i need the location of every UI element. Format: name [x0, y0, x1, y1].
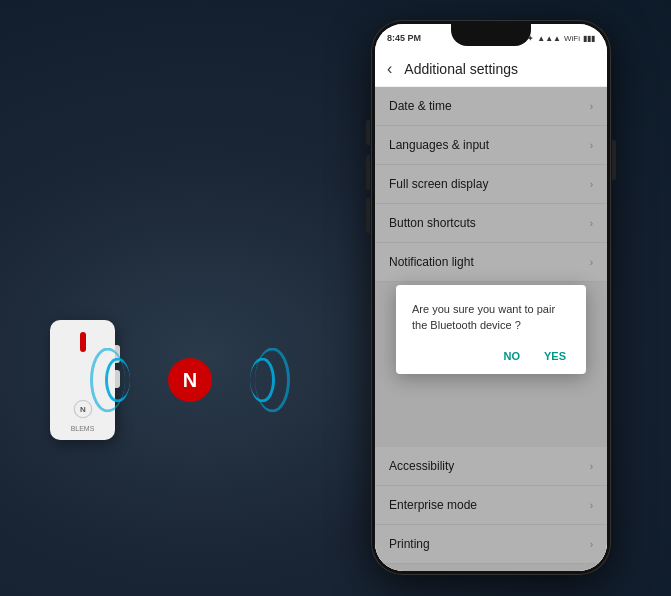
device-indicator-light	[80, 332, 86, 352]
phone-volume-down-button	[366, 198, 370, 233]
app-header: ‹ Additional settings	[375, 52, 607, 87]
page-title: Additional settings	[404, 61, 518, 77]
nfc-signal-waves: N	[125, 340, 255, 420]
phone-mute-button	[366, 120, 370, 145]
wave-right-outer	[255, 348, 290, 413]
dialog-yes-button[interactable]: YES	[540, 348, 570, 364]
back-button[interactable]: ‹	[387, 60, 392, 78]
phone-volume-up-button	[366, 155, 370, 190]
svg-text:N: N	[80, 405, 86, 414]
nfc-icon: N	[168, 358, 212, 402]
phone-body: 8:45 PM ✦ ▲▲▲ WiFi ▮▮▮ ‹ Additional sett…	[371, 20, 611, 575]
nfc-device-area: N BLEMS N	[50, 320, 255, 440]
bluetooth-dialog-overlay: Are you sure you want to pair the Blueto…	[375, 87, 607, 571]
device-brand-label: BLEMS	[71, 425, 95, 432]
dialog-message: Are you sure you want to pair the Blueto…	[412, 301, 570, 334]
status-icons: ✦ ▲▲▲ WiFi ▮▮▮	[527, 34, 595, 43]
status-time: 8:45 PM	[387, 33, 421, 43]
settings-list: Date & time › Languages & input › Full s…	[375, 87, 607, 571]
phone: 8:45 PM ✦ ▲▲▲ WiFi ▮▮▮ ‹ Additional sett…	[371, 20, 611, 575]
phone-power-button	[612, 140, 616, 180]
dialog-buttons: NO YES	[412, 348, 570, 364]
signal-icon: ▲▲▲	[537, 34, 561, 43]
device-nfc-logo: N	[73, 399, 93, 419]
wave-left-outer	[90, 348, 125, 413]
bluetooth-dialog: Are you sure you want to pair the Blueto…	[396, 285, 586, 374]
battery-icon: ▮▮▮	[583, 34, 595, 43]
phone-screen: 8:45 PM ✦ ▲▲▲ WiFi ▮▮▮ ‹ Additional sett…	[375, 24, 607, 571]
dialog-no-button[interactable]: NO	[499, 348, 524, 364]
phone-notch	[451, 24, 531, 46]
wifi-icon: WiFi	[564, 34, 580, 43]
